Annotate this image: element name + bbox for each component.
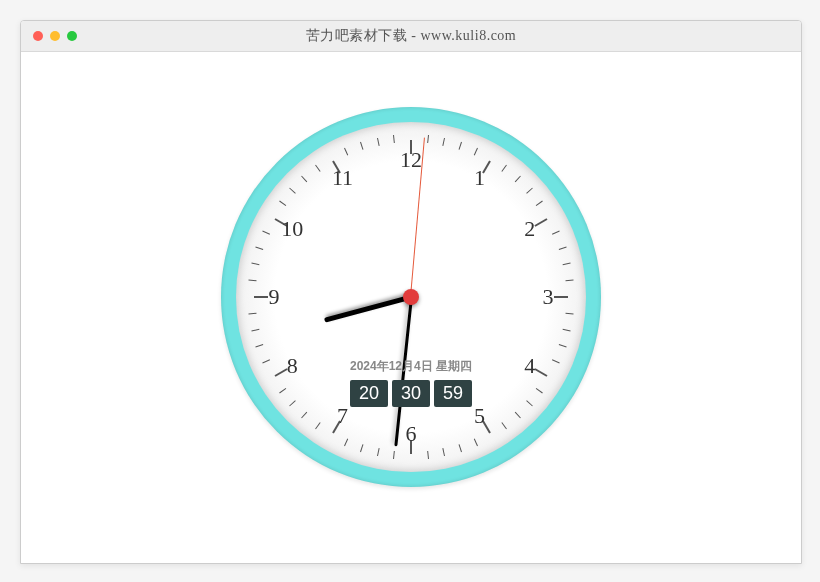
clock-numeral: 6	[406, 421, 417, 447]
minimize-icon[interactable]	[50, 31, 60, 41]
tick-minor	[279, 201, 286, 207]
tick-minor	[558, 246, 566, 249]
tick-minor	[249, 313, 257, 315]
tick-minor	[526, 400, 533, 406]
tick-minor	[251, 329, 259, 332]
traffic-lights	[33, 31, 77, 41]
tick-minor	[565, 279, 573, 281]
tick-minor	[315, 165, 321, 172]
tick-minor	[443, 137, 446, 145]
tick-minor	[251, 263, 259, 266]
tick-minor	[552, 230, 560, 234]
digital-time: 20 30 59	[350, 380, 472, 407]
tick-minor	[290, 400, 297, 406]
tick-minor	[344, 148, 348, 156]
tick-minor	[514, 176, 520, 183]
clock-numeral: 9	[269, 284, 280, 310]
tick-minor	[344, 438, 348, 446]
clock-numeral: 11	[332, 165, 353, 191]
tick-minor	[502, 422, 508, 429]
clock-numeral: 4	[524, 353, 535, 379]
hour-hand	[323, 295, 411, 323]
digital-minutes: 30	[392, 380, 430, 407]
tick-minor	[558, 344, 566, 347]
date-text: 2024年12月4日 星期四	[350, 358, 472, 375]
clock-face: 2024年12月4日 星期四 20 30 59 121234567891011	[236, 122, 586, 472]
tick-minor	[302, 412, 308, 419]
tick-minor	[514, 412, 520, 419]
tick-minor	[262, 230, 270, 234]
tick-minor	[262, 360, 270, 364]
tick-minor	[563, 263, 571, 266]
tick-minor	[458, 444, 461, 452]
tick-minor	[249, 279, 257, 281]
digital-hours: 20	[350, 380, 388, 407]
tick-minor	[393, 451, 395, 459]
clock-numeral: 12	[400, 147, 422, 173]
tick-minor	[315, 422, 321, 429]
tick-minor	[427, 135, 429, 143]
tick-minor	[526, 188, 533, 194]
tick-major	[254, 296, 268, 298]
tick-minor	[377, 137, 380, 145]
digital-seconds: 59	[434, 380, 472, 407]
tick-minor	[393, 135, 395, 143]
tick-minor	[360, 142, 363, 150]
tick-minor	[536, 388, 543, 394]
tick-minor	[502, 165, 508, 172]
tick-minor	[565, 313, 573, 315]
tick-major	[554, 296, 568, 298]
tick-minor	[552, 360, 560, 364]
clock-numeral: 2	[524, 216, 535, 242]
center-pin	[403, 289, 419, 305]
clock-numeral: 7	[337, 403, 348, 429]
window-title: 苦力吧素材下载 - www.kuli8.com	[21, 27, 801, 45]
tick-major	[534, 218, 547, 227]
clock-numeral: 1	[474, 165, 485, 191]
clock-numeral: 5	[474, 403, 485, 429]
tick-major	[275, 368, 288, 377]
content-area: 2024年12月4日 星期四 20 30 59 121234567891011	[21, 52, 801, 564]
tick-minor	[377, 449, 380, 457]
tick-minor	[360, 444, 363, 452]
tick-minor	[290, 188, 297, 194]
tick-minor	[279, 388, 286, 394]
clock-numeral: 10	[281, 216, 303, 242]
tick-minor	[427, 451, 429, 459]
tick-major	[534, 368, 547, 377]
tick-minor	[563, 329, 571, 332]
tick-minor	[256, 246, 264, 249]
tick-minor	[443, 449, 446, 457]
tick-minor	[474, 148, 478, 156]
tick-minor	[536, 201, 543, 207]
tick-minor	[302, 176, 308, 183]
titlebar: 苦力吧素材下载 - www.kuli8.com	[21, 21, 801, 52]
tick-minor	[474, 438, 478, 446]
clock-frame: 2024年12月4日 星期四 20 30 59 121234567891011	[221, 107, 601, 487]
clock-numeral: 8	[287, 353, 298, 379]
tick-minor	[256, 344, 264, 347]
maximize-icon[interactable]	[67, 31, 77, 41]
close-icon[interactable]	[33, 31, 43, 41]
browser-window: 苦力吧素材下载 - www.kuli8.com 2024年12月4日 星期四 2…	[20, 20, 802, 564]
tick-minor	[458, 142, 461, 150]
clock-numeral: 3	[543, 284, 554, 310]
